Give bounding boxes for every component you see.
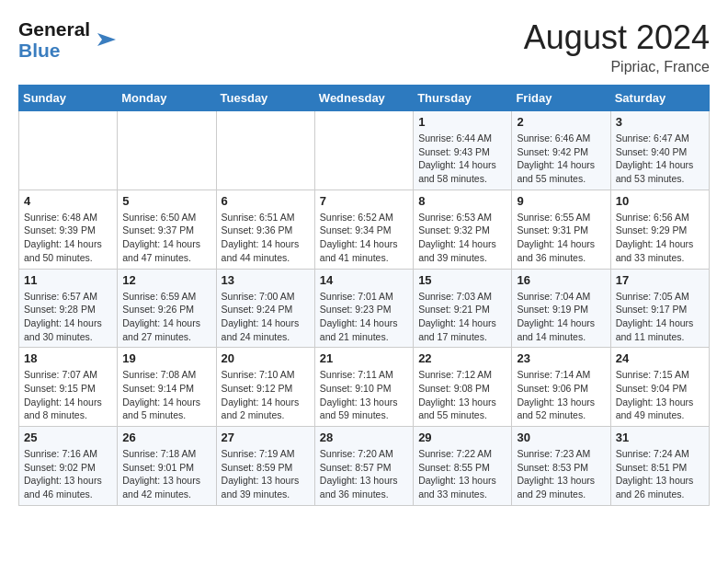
day-cell: 7Sunrise: 6:52 AM Sunset: 9:34 PM Daylig… <box>314 190 413 269</box>
day-number: 3 <box>616 115 704 129</box>
day-cell: 25Sunrise: 7:16 AM Sunset: 9:02 PM Dayli… <box>19 427 118 506</box>
day-number: 21 <box>320 351 408 365</box>
day-number: 5 <box>122 194 210 208</box>
day-info: Sunrise: 7:16 AM Sunset: 9:02 PM Dayligh… <box>24 447 112 501</box>
week-row-1: 1Sunrise: 6:44 AM Sunset: 9:43 PM Daylig… <box>19 111 710 190</box>
day-number: 25 <box>24 431 112 444</box>
day-number: 19 <box>122 351 210 365</box>
day-number: 12 <box>122 273 210 287</box>
day-info: Sunrise: 6:55 AM Sunset: 9:31 PM Dayligh… <box>517 211 605 265</box>
day-info: Sunrise: 6:57 AM Sunset: 9:28 PM Dayligh… <box>24 290 112 344</box>
day-cell: 12Sunrise: 6:59 AM Sunset: 9:26 PM Dayli… <box>118 269 216 348</box>
logo-general: General <box>18 18 90 40</box>
day-number: 29 <box>418 431 506 444</box>
day-info: Sunrise: 6:51 AM Sunset: 9:36 PM Dayligh… <box>222 211 310 265</box>
day-cell: 8Sunrise: 6:53 AM Sunset: 9:32 PM Daylig… <box>414 190 512 269</box>
day-info: Sunrise: 7:18 AM Sunset: 9:01 PM Dayligh… <box>122 447 210 501</box>
day-cell: 17Sunrise: 7:05 AM Sunset: 9:17 PM Dayli… <box>610 269 709 348</box>
title-block: August 2024 Pipriac, France <box>524 18 710 75</box>
day-number: 22 <box>418 351 506 365</box>
day-cell: 27Sunrise: 7:19 AM Sunset: 8:59 PM Dayli… <box>216 427 314 506</box>
day-number: 7 <box>320 194 408 208</box>
day-info: Sunrise: 7:07 AM Sunset: 9:15 PM Dayligh… <box>24 368 112 422</box>
weekday-header-thursday: Thursday <box>414 86 512 111</box>
day-cell: 28Sunrise: 7:20 AM Sunset: 8:57 PM Dayli… <box>314 427 413 506</box>
weekday-header-tuesday: Tuesday <box>216 86 314 111</box>
day-cell: 3Sunrise: 6:47 AM Sunset: 9:40 PM Daylig… <box>610 111 709 190</box>
day-cell <box>118 111 216 190</box>
day-number: 1 <box>418 115 506 129</box>
day-cell: 23Sunrise: 7:14 AM Sunset: 9:06 PM Dayli… <box>512 348 610 427</box>
month-title: August 2024 <box>524 18 710 57</box>
logo-blue: Blue <box>18 40 90 61</box>
day-number: 20 <box>222 351 310 365</box>
day-number: 31 <box>616 431 704 444</box>
day-number: 17 <box>616 273 704 287</box>
day-number: 11 <box>24 273 112 287</box>
day-cell: 30Sunrise: 7:23 AM Sunset: 8:53 PM Dayli… <box>512 427 610 506</box>
day-number: 28 <box>320 431 408 444</box>
week-row-5: 25Sunrise: 7:16 AM Sunset: 9:02 PM Dayli… <box>19 427 710 506</box>
day-cell <box>19 111 118 190</box>
day-info: Sunrise: 7:08 AM Sunset: 9:14 PM Dayligh… <box>122 368 210 422</box>
day-info: Sunrise: 7:03 AM Sunset: 9:21 PM Dayligh… <box>418 290 506 344</box>
logo: General Blue <box>18 18 120 61</box>
weekday-header-friday: Friday <box>512 86 610 111</box>
day-info: Sunrise: 7:19 AM Sunset: 8:59 PM Dayligh… <box>222 447 310 501</box>
day-number: 26 <box>122 431 210 444</box>
weekday-header-wednesday: Wednesday <box>314 86 413 111</box>
day-info: Sunrise: 7:22 AM Sunset: 8:55 PM Dayligh… <box>418 447 506 501</box>
day-info: Sunrise: 6:59 AM Sunset: 9:26 PM Dayligh… <box>122 290 210 344</box>
day-cell: 1Sunrise: 6:44 AM Sunset: 9:43 PM Daylig… <box>414 111 512 190</box>
day-cell <box>314 111 413 190</box>
day-cell: 6Sunrise: 6:51 AM Sunset: 9:36 PM Daylig… <box>216 190 314 269</box>
day-cell: 24Sunrise: 7:15 AM Sunset: 9:04 PM Dayli… <box>610 348 709 427</box>
day-cell: 5Sunrise: 6:50 AM Sunset: 9:37 PM Daylig… <box>118 190 216 269</box>
page-header: General Blue August 2024 Pipriac, France <box>18 18 710 75</box>
day-cell: 9Sunrise: 6:55 AM Sunset: 9:31 PM Daylig… <box>512 190 610 269</box>
day-info: Sunrise: 6:47 AM Sunset: 9:40 PM Dayligh… <box>616 132 704 186</box>
day-cell: 31Sunrise: 7:24 AM Sunset: 8:51 PM Dayli… <box>610 427 709 506</box>
day-cell: 4Sunrise: 6:48 AM Sunset: 9:39 PM Daylig… <box>19 190 118 269</box>
logo-icon <box>93 26 120 53</box>
day-info: Sunrise: 7:14 AM Sunset: 9:06 PM Dayligh… <box>517 368 605 422</box>
day-number: 4 <box>24 194 112 208</box>
day-info: Sunrise: 6:48 AM Sunset: 9:39 PM Dayligh… <box>24 211 112 265</box>
day-cell: 18Sunrise: 7:07 AM Sunset: 9:15 PM Dayli… <box>19 348 118 427</box>
day-number: 15 <box>418 273 506 287</box>
day-info: Sunrise: 7:01 AM Sunset: 9:23 PM Dayligh… <box>320 290 408 344</box>
day-info: Sunrise: 6:52 AM Sunset: 9:34 PM Dayligh… <box>320 211 408 265</box>
day-info: Sunrise: 7:11 AM Sunset: 9:10 PM Dayligh… <box>320 368 408 422</box>
day-number: 10 <box>616 194 704 208</box>
day-info: Sunrise: 6:56 AM Sunset: 9:29 PM Dayligh… <box>616 211 704 265</box>
day-info: Sunrise: 7:12 AM Sunset: 9:08 PM Dayligh… <box>418 368 506 422</box>
day-info: Sunrise: 7:20 AM Sunset: 8:57 PM Dayligh… <box>320 447 408 501</box>
day-info: Sunrise: 7:05 AM Sunset: 9:17 PM Dayligh… <box>616 290 704 344</box>
day-info: Sunrise: 7:00 AM Sunset: 9:24 PM Dayligh… <box>222 290 310 344</box>
week-row-2: 4Sunrise: 6:48 AM Sunset: 9:39 PM Daylig… <box>19 190 710 269</box>
svg-marker-0 <box>97 33 116 46</box>
day-cell: 10Sunrise: 6:56 AM Sunset: 9:29 PM Dayli… <box>610 190 709 269</box>
day-number: 8 <box>418 194 506 208</box>
day-cell: 22Sunrise: 7:12 AM Sunset: 9:08 PM Dayli… <box>414 348 512 427</box>
day-cell: 15Sunrise: 7:03 AM Sunset: 9:21 PM Dayli… <box>414 269 512 348</box>
day-info: Sunrise: 7:23 AM Sunset: 8:53 PM Dayligh… <box>517 447 605 501</box>
day-info: Sunrise: 6:53 AM Sunset: 9:32 PM Dayligh… <box>418 211 506 265</box>
day-number: 14 <box>320 273 408 287</box>
day-cell: 13Sunrise: 7:00 AM Sunset: 9:24 PM Dayli… <box>216 269 314 348</box>
day-info: Sunrise: 6:50 AM Sunset: 9:37 PM Dayligh… <box>122 211 210 265</box>
day-cell: 20Sunrise: 7:10 AM Sunset: 9:12 PM Dayli… <box>216 348 314 427</box>
day-number: 27 <box>222 431 310 444</box>
weekday-header-sunday: Sunday <box>19 86 118 111</box>
weekday-header-monday: Monday <box>118 86 216 111</box>
weekday-header-saturday: Saturday <box>610 86 709 111</box>
day-number: 30 <box>517 431 605 444</box>
week-row-3: 11Sunrise: 6:57 AM Sunset: 9:28 PM Dayli… <box>19 269 710 348</box>
location: Pipriac, France <box>524 59 710 75</box>
day-number: 13 <box>222 273 310 287</box>
day-cell: 21Sunrise: 7:11 AM Sunset: 9:10 PM Dayli… <box>314 348 413 427</box>
day-cell <box>216 111 314 190</box>
day-cell: 14Sunrise: 7:01 AM Sunset: 9:23 PM Dayli… <box>314 269 413 348</box>
day-cell: 16Sunrise: 7:04 AM Sunset: 9:19 PM Dayli… <box>512 269 610 348</box>
day-info: Sunrise: 7:15 AM Sunset: 9:04 PM Dayligh… <box>616 368 704 422</box>
